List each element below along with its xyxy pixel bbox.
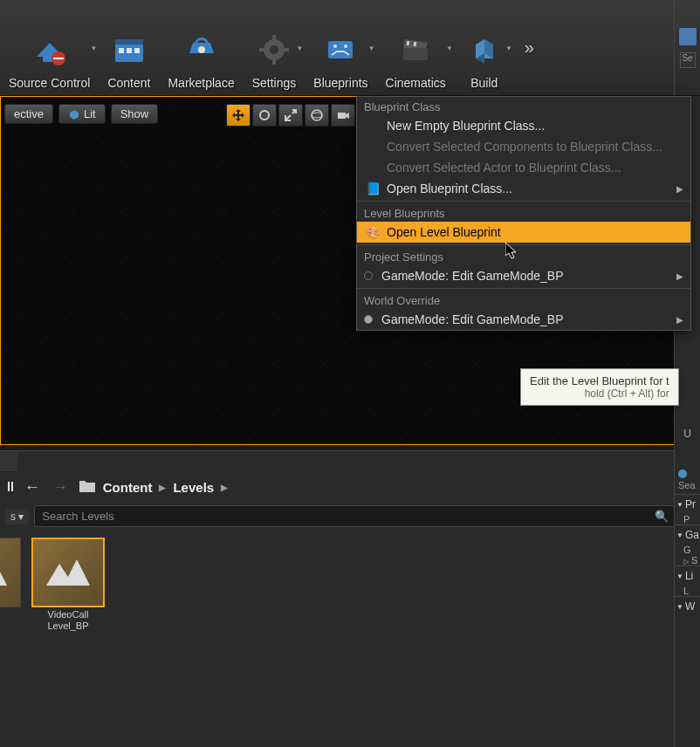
svg-point-16	[344, 45, 347, 48]
asset-item[interactable]: all	[0, 538, 23, 634]
toolbar-overflow-button[interactable]: »	[518, 38, 541, 58]
search-input[interactable]: Search Levels 🔍	[34, 505, 675, 527]
level-blueprint-icon: 🎨	[364, 225, 381, 239]
dropdown-section-header: Project Settings	[357, 247, 690, 265]
cinematics-icon	[395, 29, 436, 71]
search-icon: 🔍	[655, 510, 669, 523]
svg-rect-12	[259, 48, 264, 51]
menu-gamemode-project[interactable]: GameMode: Edit GameMode_BP▶	[357, 265, 690, 286]
dropdown-section-header: World Override	[357, 291, 690, 309]
menu-new-empty-blueprint[interactable]: New Empty Blueprint Class...	[357, 115, 690, 136]
svg-rect-1	[53, 58, 64, 59]
menu-divider	[357, 244, 690, 245]
nav-forward-button[interactable]: →	[51, 478, 70, 497]
panel-row: ▷ S	[675, 555, 700, 565]
svg-point-15	[333, 45, 337, 48]
marketplace-button[interactable]: Marketplace	[162, 0, 239, 95]
blueprint-class-icon: 📘	[364, 182, 381, 195]
scale-tool-button[interactable]	[278, 104, 303, 127]
content-browser: ll ← → Content ▶ Levels ▶ 🔓 s ▾ Search L…	[0, 450, 700, 747]
radio-icon	[364, 315, 373, 324]
svg-point-22	[312, 113, 322, 118]
cube-icon	[68, 108, 80, 120]
source-control-button[interactable]: Source Control ▼	[3, 0, 95, 95]
chevron-right-icon: ▶	[159, 483, 166, 492]
cinematics-button[interactable]: Cinematics ▼	[381, 0, 451, 95]
svg-point-20	[260, 111, 269, 120]
svg-rect-23	[338, 113, 346, 119]
svg-point-21	[312, 110, 322, 120]
nav-back-button[interactable]: ←	[23, 478, 42, 497]
menu-divider	[357, 288, 690, 289]
chevron-down-icon: ▼	[446, 44, 453, 51]
tooltip: Edit the Level Blueprint for t hold (Ctr…	[520, 368, 679, 406]
svg-rect-14	[328, 41, 353, 58]
breadcrumb-item[interactable]: Levels	[173, 480, 214, 495]
globe-tool-button[interactable]	[305, 104, 329, 127]
blueprints-button[interactable]: Blueprints ▼	[308, 0, 373, 95]
chevron-down-icon: ▼	[90, 44, 97, 51]
marketplace-icon	[181, 29, 223, 71]
menu-convert-actor: Convert Selected Actor to Blueprint Clas…	[357, 157, 690, 178]
translate-tool-button[interactable]	[226, 104, 250, 127]
blueprints-dropdown-menu: Blueprint Class New Empty Blueprint Clas…	[356, 96, 691, 331]
svg-rect-10	[272, 35, 276, 40]
viewport-lit-button[interactable]: Lit	[58, 104, 106, 124]
svg-rect-6	[134, 48, 140, 53]
main-toolbar: Source Control ▼ Content Marketplace Set…	[0, 0, 700, 96]
content-button[interactable]: Content	[102, 0, 155, 95]
tooltip-text: Edit the Level Blueprint for t	[530, 374, 669, 387]
camera-tool-button[interactable]	[331, 104, 355, 127]
blueprints-icon	[319, 29, 361, 71]
build-button[interactable]: Build ▼	[458, 0, 511, 95]
panel-section[interactable]: ▼Ga	[675, 524, 700, 545]
panel-section[interactable]: ▼Pr	[675, 494, 700, 514]
asset-item[interactable]: VideoCall Level_BP	[30, 538, 106, 634]
asset-label: VideoCall Level_BP	[45, 607, 90, 634]
viewport-toolbar: ective Lit Show	[1, 104, 158, 124]
chevron-right-icon: ▶	[221, 483, 228, 492]
content-browser-nav: ll ← → Content ▶ Levels ▶ 🔓	[0, 472, 700, 502]
viewport-show-button[interactable]: Show	[111, 104, 159, 124]
content-browser-tab[interactable]	[0, 451, 17, 472]
menu-open-blueprint-class[interactable]: 📘Open Blueprint Class...▶	[357, 178, 690, 199]
panel-row: G	[675, 545, 700, 555]
filters-dropdown[interactable]: s ▾	[5, 509, 29, 524]
submenu-arrow-icon: ▶	[676, 271, 683, 281]
chevron-down-icon: ▼	[296, 44, 303, 51]
chevron-down-icon: ▼	[368, 44, 375, 51]
svg-rect-4	[119, 48, 124, 53]
panel-row: L	[675, 586, 700, 596]
submenu-arrow-icon: ▶	[676, 184, 683, 194]
panel-section[interactable]: ▼Li	[675, 565, 700, 586]
build-icon	[463, 29, 505, 71]
add-new-button[interactable]: ll	[7, 480, 14, 494]
content-browser-filter-row: s ▾ Search Levels 🔍 💾	[0, 502, 700, 531]
submenu-arrow-icon: ▶	[676, 315, 683, 325]
dropdown-section-header: Level Blueprints	[357, 203, 690, 222]
menu-convert-components: Convert Selected Components to Blueprint…	[357, 136, 690, 157]
breadcrumb-item[interactable]: Content	[103, 480, 153, 495]
viewport-mode-button[interactable]: ective	[4, 104, 53, 124]
radio-icon	[364, 271, 373, 280]
asset-grid: all VideoCall Level_BP	[0, 531, 700, 641]
tooltip-hint: hold (Ctrl + Alt) for	[530, 387, 669, 400]
svg-rect-3	[115, 39, 143, 45]
folder-icon	[79, 479, 96, 496]
menu-open-level-blueprint[interactable]: 🎨Open Level Blueprint	[357, 222, 690, 243]
panel-icon	[679, 28, 697, 45]
chevron-down-icon: ▼	[505, 44, 512, 51]
search-label: Sea	[675, 466, 700, 494]
content-icon	[108, 29, 150, 71]
asset-thumbnail	[31, 538, 105, 607]
panel-section[interactable]: ▼W	[675, 596, 700, 616]
u-label: U	[675, 428, 700, 440]
rotate-tool-button[interactable]	[252, 104, 277, 127]
settings-button[interactable]: Settings ▼	[247, 0, 302, 95]
svg-rect-13	[284, 48, 289, 51]
search-field[interactable]: Se	[680, 52, 696, 68]
settings-icon	[253, 29, 295, 71]
source-control-icon	[29, 29, 71, 71]
svg-point-7	[198, 46, 205, 53]
menu-gamemode-world[interactable]: GameMode: Edit GameMode_BP▶	[357, 309, 690, 330]
